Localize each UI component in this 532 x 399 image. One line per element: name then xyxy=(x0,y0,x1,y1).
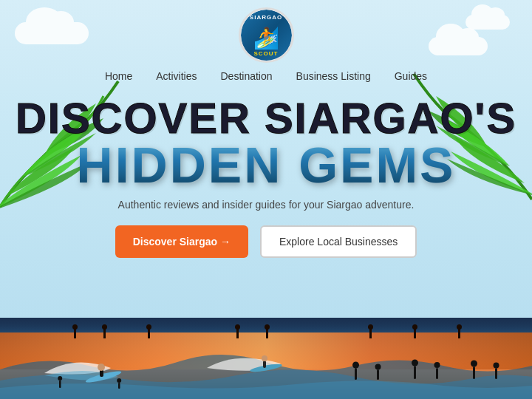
svg-rect-16 xyxy=(495,368,497,379)
hero-headline-line2: HIDDEN GEMS xyxy=(0,140,532,190)
svg-rect-8 xyxy=(377,369,379,380)
beach-section xyxy=(0,318,532,399)
hero-headline-line1: DISCOVER SIARGAO'S xyxy=(0,97,532,140)
svg-point-15 xyxy=(471,361,477,367)
hero-buttons: Discover Siargao → Explore Local Busines… xyxy=(0,225,532,258)
svg-point-5 xyxy=(262,355,267,361)
svg-rect-18 xyxy=(59,381,61,388)
horizon-person-8 xyxy=(458,328,460,338)
horizon-person-4 xyxy=(236,328,239,338)
nav-business-listing[interactable]: Business Listing xyxy=(296,70,371,82)
logo-text-scout: SCOUT xyxy=(241,50,292,57)
svg-rect-10 xyxy=(414,366,416,379)
svg-point-17 xyxy=(494,363,499,369)
hero-content: DISCOVER SIARGAO'S HIDDEN GEMS Authentic… xyxy=(0,97,532,258)
logo-text-siargao: SIARGAO xyxy=(241,14,292,21)
logo-circle[interactable]: SIARGAO 🏄 SCOUT xyxy=(239,7,294,63)
beach-gradient xyxy=(0,318,532,399)
svg-point-7 xyxy=(352,362,359,369)
horizon-person-3 xyxy=(148,328,150,338)
discover-siargao-button[interactable]: Discover Siargao → xyxy=(115,225,248,258)
horizon-person-1 xyxy=(74,328,76,338)
main-nav: Home Activities Destination Business Lis… xyxy=(105,70,427,82)
logo-container: SIARGAO 🏄 SCOUT xyxy=(239,7,294,63)
svg-rect-20 xyxy=(118,383,120,389)
nav-destination[interactable]: Destination xyxy=(221,70,273,82)
logo-inner: SIARGAO 🏄 SCOUT xyxy=(241,10,292,61)
hero-section: SIARGAO 🏄 SCOUT Home Activities Destinat… xyxy=(0,0,532,318)
navbar: SIARGAO 🏄 SCOUT Home Activities Destinat… xyxy=(0,0,532,82)
svg-point-13 xyxy=(434,362,440,368)
svg-rect-4 xyxy=(263,361,266,368)
svg-point-2 xyxy=(98,364,105,371)
horizon-person-6 xyxy=(369,328,372,338)
svg-rect-14 xyxy=(473,366,475,379)
svg-rect-6 xyxy=(355,368,357,380)
svg-point-9 xyxy=(375,364,381,370)
horizon-person-2 xyxy=(103,328,106,338)
hero-subtitle: Authentic reviews and insider guides for… xyxy=(0,199,532,211)
svg-point-19 xyxy=(58,376,62,381)
nav-activities[interactable]: Activities xyxy=(156,70,197,82)
nav-home[interactable]: Home xyxy=(105,70,132,82)
svg-point-11 xyxy=(412,360,418,366)
svg-rect-12 xyxy=(436,368,438,379)
wave-surfer-svg xyxy=(0,340,532,399)
horizon-person-7 xyxy=(414,328,416,338)
horizon-person-5 xyxy=(266,328,268,338)
svg-point-21 xyxy=(117,378,121,383)
logo-mascot: 🏄 xyxy=(253,26,279,50)
nav-guides[interactable]: Guides xyxy=(395,70,427,82)
explore-businesses-button[interactable]: Explore Local Businesses xyxy=(260,225,417,258)
